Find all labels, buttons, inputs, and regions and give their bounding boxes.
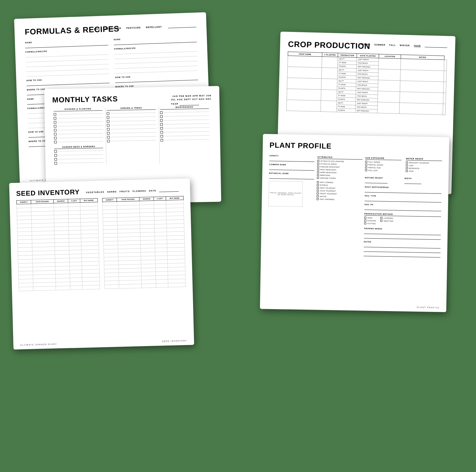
year-line: YEAR <box>171 101 212 106</box>
summer-label: SUMMER <box>374 43 386 46</box>
crop-planted-cell <box>321 100 337 112</box>
crop-date-cell <box>378 80 400 92</box>
fruits-label: FRUITS <box>119 190 130 193</box>
crop-table: CROP NAME # PLANTED PRODUCTION DATE PLAN… <box>286 52 447 115</box>
recipe-lines-2 <box>114 47 198 73</box>
col1-header: DIVIDING & PLANTING <box>54 108 102 112</box>
crop-date-cell <box>378 91 400 103</box>
crop-planted-cell <box>321 78 337 90</box>
crop-notes-cell <box>443 82 446 93</box>
crop-name-cell <box>287 100 321 112</box>
seed-footer-left: ULTIMATE GARDEN DIARY <box>20 343 57 346</box>
soil-label: SOIL <box>94 28 101 31</box>
monthly-columns: DIVIDING & PLANTING GARDEN BEDS & BORDER… <box>53 106 213 166</box>
crop-location-cell <box>399 92 443 104</box>
crop-notes-cell <box>444 71 446 82</box>
crop-location-cell <box>400 81 444 93</box>
col2-checkboxes <box>107 112 156 143</box>
crop-location-cell <box>400 70 444 82</box>
seed-table-1: VARIETYDATE PACKEDSOURCE# LEFTBUY MORE <box>16 198 100 291</box>
width-label: WIDTH <box>405 177 442 180</box>
botanical-name-label: BOTANICAL NAME <box>269 172 314 175</box>
crop-prod-value: NOT ENOUGH <box>355 109 377 113</box>
plant-footer: PLANT PROFILE <box>417 306 439 309</box>
plant-mid-col: ATTRIBUTES ATTRACTS POLLINATORS ATTRACTS… <box>316 153 363 257</box>
year-label: YEAR <box>171 102 178 106</box>
monthly-months: JAN FEB MAR APR MAY JUN JUL AUG SEPT OCT… <box>171 94 212 106</box>
crop-date-cell <box>378 69 401 81</box>
monthly-col-shrubs: SHRUBS & TREES <box>106 106 160 165</box>
plant-card: PLANT PROFILE VARIETY COMMON NAME BOTANI… <box>260 134 449 312</box>
seed-tables: VARIETYDATE PACKEDSOURCE# LEFTBUY MORE V… <box>16 196 186 291</box>
date-label: DATE <box>149 189 156 193</box>
seed-title: SEED INVENTORY <box>16 188 80 197</box>
attributes-title: ATTRIBUTES <box>317 156 363 160</box>
plant-right-col: SUN EXPOSURE FULL SHADE PARTIAL SHADE PA… <box>364 154 442 258</box>
sun-title: SUN EXPOSURE <box>365 157 401 160</box>
monthly-col-dividing: DIVIDING & PLANTING GARDEN BEDS & BORDER… <box>53 108 107 166</box>
months-row2: JUL AUG SEPT OCT NOV DEC <box>171 97 212 102</box>
year-field <box>425 44 447 48</box>
garden-section: GARDEN BEDS & BORDERS <box>54 145 103 149</box>
variety-label: VARIETY <box>269 155 315 158</box>
monthly-col-maintenance: MAINTENANCE <box>159 106 213 164</box>
crop-name-cell <box>287 89 321 100</box>
photo-label: PHOTO, DRAWING, SEED PACKET OR MORE NOTE… <box>269 192 302 196</box>
crop-subrow-label: PLANTS <box>337 108 356 113</box>
crop-planted-cell <box>321 89 337 101</box>
seed-card: SEED INVENTORY VEGETABLES HERBS FRUITS F… <box>9 178 194 350</box>
seed-table-2: VARIETYDATE PACKEDSOURCE# LEFTBUY MORE <box>102 196 186 289</box>
year-label: YEAR <box>414 44 421 47</box>
crop-date-cell <box>379 58 401 70</box>
common-name-label: COMMON NAME <box>269 163 315 166</box>
fertilizer-label: FERTILIZER <box>105 27 121 30</box>
col3-checkboxes <box>160 110 209 141</box>
winter-label: WINTER <box>400 44 410 47</box>
seed-col-header: # LEFT <box>154 196 166 200</box>
col2-header: SHRUBS & TREES <box>107 107 156 111</box>
crop-notes-cell <box>443 93 446 104</box>
col1-checkboxes <box>54 112 103 143</box>
crop-name-cell <box>287 67 322 78</box>
veg-label: VEGETABLES <box>86 191 104 194</box>
mature-height-label: MATURE HEIGHT <box>365 177 402 179</box>
herbs-label: HERBS <box>107 191 117 194</box>
seed-col-header: # LEFT <box>68 199 80 203</box>
water-title: WATER NEEDS <box>406 158 442 161</box>
crop-location-cell <box>400 59 444 71</box>
crop-date-cell <box>377 102 400 114</box>
crop-header-1: # PLANTED <box>322 53 338 57</box>
crop-planted-cell <box>322 67 338 79</box>
col3-header: MAINTENANCE <box>160 106 209 110</box>
flowers-label: FLOWERS <box>133 190 146 193</box>
seed-footer-right: SEED INVENTORY <box>162 340 187 342</box>
pesticide-label: PESTICIDE <box>126 26 141 30</box>
crop-location-cell <box>399 103 443 115</box>
propagation-title: PROPAGATION METHOD <box>364 213 441 217</box>
spring-label: SPRING <box>361 43 370 46</box>
fall-label: FALL <box>389 44 396 47</box>
crop-name-cell <box>288 56 322 67</box>
plant-title: PLANT PROFILE <box>269 141 442 153</box>
repellent-label: REPELLENT <box>146 26 162 29</box>
crop-name-cell <box>287 78 322 89</box>
seed-top-labels: VEGETABLES HERBS FRUITS FLOWERS DATE <box>86 189 179 194</box>
plant-left-col: VARIETY COMMON NAME BOTANICAL NAME PHOTO… <box>268 152 315 256</box>
crop-notes-cell <box>443 104 446 115</box>
plant-body: VARIETY COMMON NAME BOTANICAL NAME PHOTO… <box>268 152 442 258</box>
recipe-lines-1 <box>25 51 109 77</box>
crop-notes-cell <box>444 60 447 71</box>
crop-planted-cell <box>322 56 338 68</box>
plant-photo-area: PHOTO, DRAWING, SEED PACKET OR MORE NOTE… <box>268 181 303 207</box>
